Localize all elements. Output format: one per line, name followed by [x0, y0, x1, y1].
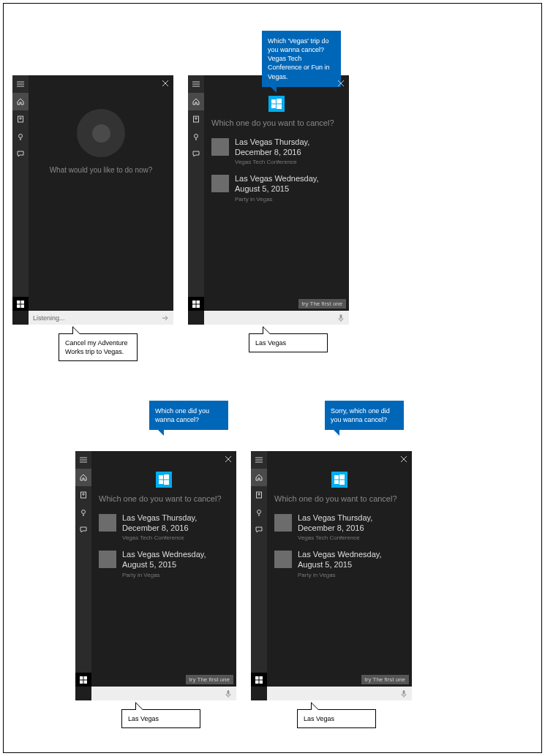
start-button[interactable]	[251, 673, 267, 687]
option-1[interactable]: Las Vegas Thursday, December 8, 2016 Veg…	[204, 133, 349, 170]
start-button[interactable]	[188, 297, 204, 311]
prompt-text: Which one do you want to cancel?	[267, 488, 412, 509]
content-area: Which one do you want to cancel? Las Veg…	[204, 91, 349, 311]
svg-rect-18	[340, 314, 342, 319]
option-subtitle: Vegas Tech Conference	[298, 534, 405, 541]
menu-icon[interactable]	[12, 75, 29, 93]
notebook-icon[interactable]	[12, 110, 29, 128]
close-icon[interactable]	[400, 456, 407, 463]
option-subtitle: Party in Vegas	[235, 196, 342, 203]
option-1[interactable]: Las Vegas Thursday, December 8, 2016 Veg…	[267, 509, 412, 546]
svg-point-8	[195, 118, 197, 119]
mic-icon[interactable]	[337, 314, 345, 322]
notebook-icon[interactable]	[188, 110, 204, 128]
search-input-bar[interactable]	[91, 687, 236, 700]
start-button[interactable]	[75, 673, 91, 687]
option-thumbnail	[211, 138, 229, 156]
cortana-orb	[77, 109, 125, 157]
titlebar	[91, 451, 236, 467]
feedback-icon[interactable]	[75, 521, 91, 539]
suggestion-chip[interactable]: try The first one	[298, 299, 346, 309]
search-input-text[interactable]: Listening...	[33, 314, 157, 322]
svg-rect-13	[197, 304, 200, 308]
option-title: Las Vegas Thursday, December 8, 2016	[298, 513, 405, 534]
svg-rect-17	[277, 105, 282, 110]
mic-icon[interactable]	[225, 690, 232, 698]
svg-rect-3	[17, 300, 20, 304]
suggestion-chip[interactable]: try The first one	[186, 675, 233, 684]
go-icon[interactable]	[162, 314, 169, 322]
bulb-icon[interactable]	[251, 504, 267, 521]
bulb-icon[interactable]	[12, 128, 29, 145]
feedback-icon[interactable]	[12, 145, 29, 163]
cortana-panel-1: What would you like to do now? Listening…	[12, 75, 173, 325]
svg-rect-41	[339, 480, 345, 485]
svg-point-33	[258, 510, 261, 514]
option-title: Las Vegas Wednesday, August 5, 2015	[235, 174, 342, 194]
option-2[interactable]: Las Vegas Wednesday, August 5, 2015 Part…	[267, 545, 412, 583]
svg-point-21	[82, 510, 86, 514]
prompt-text: Which one do you want to cancel?	[204, 112, 349, 133]
feedback-icon[interactable]	[188, 145, 204, 163]
tts-text: Sorry, which one did you wanna cancel?	[331, 407, 390, 423]
svg-rect-26	[159, 475, 163, 480]
titlebar	[29, 75, 173, 91]
close-icon[interactable]	[337, 80, 345, 87]
bulb-icon[interactable]	[188, 128, 204, 145]
svg-rect-27	[164, 475, 169, 480]
user-callout-4: Las Vegas	[297, 709, 376, 728]
option-1[interactable]: Las Vegas Thursday, December 8, 2016 Veg…	[91, 509, 236, 546]
svg-rect-36	[255, 680, 259, 684]
close-icon[interactable]	[162, 80, 169, 87]
sidebar	[251, 451, 267, 687]
tts-text: Which one did you wanna cancel?	[155, 407, 209, 423]
suggestion-chip[interactable]: try The first one	[361, 675, 409, 684]
svg-rect-29	[164, 480, 169, 485]
search-input-bar[interactable]	[267, 687, 412, 700]
notebook-icon[interactable]	[75, 486, 91, 504]
option-thumbnail	[99, 514, 116, 532]
option-2[interactable]: Las Vegas Wednesday, August 5, 2015 Part…	[91, 545, 236, 583]
svg-rect-23	[84, 676, 88, 680]
content-area: What would you like to do now?	[29, 91, 173, 311]
home-icon[interactable]	[188, 93, 204, 110]
mic-icon[interactable]	[400, 690, 407, 698]
svg-point-32	[258, 494, 260, 495]
option-2[interactable]: Las Vegas Wednesday, August 5, 2015 Part…	[204, 170, 349, 207]
menu-icon[interactable]	[188, 75, 204, 93]
app-tile-icon	[331, 472, 347, 488]
option-thumbnail	[274, 551, 292, 568]
notebook-icon[interactable]	[251, 486, 267, 504]
svg-rect-25	[84, 680, 88, 684]
bulb-icon[interactable]	[75, 504, 91, 521]
svg-rect-42	[403, 690, 405, 695]
svg-point-1	[20, 118, 21, 119]
svg-rect-6	[21, 304, 25, 308]
home-icon[interactable]	[75, 469, 91, 486]
menu-icon[interactable]	[75, 451, 91, 469]
close-icon[interactable]	[225, 456, 232, 463]
callout-text: Las Vegas	[255, 339, 286, 347]
option-thumbnail	[99, 551, 116, 568]
tts-bubble-3: Which one did you wanna cancel?	[149, 401, 228, 430]
svg-rect-34	[255, 676, 259, 680]
tts-text: Which 'Vegas' trip do you wanna cancel? …	[268, 37, 330, 80]
svg-rect-28	[159, 480, 163, 485]
callout-text: Cancel my Adventure Works trip to Vegas.	[65, 339, 128, 355]
home-icon[interactable]	[251, 469, 267, 486]
home-icon[interactable]	[12, 93, 29, 110]
svg-rect-30	[228, 690, 230, 695]
search-input-bar[interactable]	[204, 311, 349, 325]
menu-icon[interactable]	[251, 451, 267, 469]
svg-point-9	[195, 135, 198, 138]
search-input-bar[interactable]: Listening...	[29, 311, 173, 325]
feedback-icon[interactable]	[251, 521, 267, 539]
svg-rect-24	[80, 680, 83, 684]
start-button[interactable]	[12, 297, 29, 311]
cortana-panel-3: Which one do you want to cancel? Las Veg…	[75, 451, 236, 700]
app-tile-icon	[156, 472, 172, 488]
option-subtitle: Party in Vegas	[122, 572, 229, 578]
svg-rect-37	[260, 680, 263, 684]
svg-rect-35	[260, 676, 263, 680]
svg-rect-38	[334, 475, 339, 480]
